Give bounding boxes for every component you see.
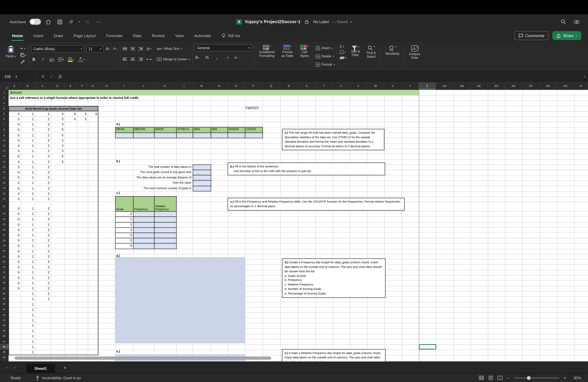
dataset-cell[interactable]: 2 (35, 227, 51, 233)
bold-button[interactable]: B (31, 56, 36, 62)
select-all-corner[interactable] (0, 82, 9, 90)
collaboration-icon[interactable] (573, 18, 581, 26)
col-header-O[interactable]: O (228, 82, 245, 90)
dataset-cell[interactable]: 1 (21, 312, 35, 318)
format-cells-button[interactable]: Format▾ (316, 61, 335, 68)
dataset-cell[interactable]: 2 (35, 127, 51, 133)
part-c-label[interactable]: c.) (116, 191, 120, 195)
row-header-15[interactable]: 15 (0, 164, 9, 170)
add-sheet-button[interactable]: + (63, 364, 66, 370)
dataset-cell[interactable]: 1 (21, 211, 35, 217)
selected-cell-Z48[interactable] (419, 344, 436, 350)
stats-header-range[interactable]: RANGE (228, 127, 245, 133)
freq-goal-cell[interactable]: 5 (115, 238, 134, 244)
dataset-cell[interactable]: 1 (21, 270, 35, 275)
col-header-T[interactable]: T (315, 82, 333, 90)
dataset-cell[interactable]: 1 (21, 116, 35, 122)
freq-value-cell[interactable] (133, 211, 155, 217)
chart-placeholder-d[interactable] (115, 257, 245, 343)
relfreq-value-cell[interactable] (154, 232, 177, 238)
row-header-25[interactable]: 25 (0, 222, 9, 227)
dataset-cell[interactable]: 0 (9, 281, 21, 286)
dataset-cell[interactable]: 0 (9, 111, 21, 116)
col-header-K[interactable]: K (154, 82, 176, 90)
dataset-cell[interactable]: 0 (9, 180, 21, 186)
col-header-M[interactable]: M (193, 82, 211, 90)
row-header-18[interactable]: 18 (0, 180, 9, 186)
relfreq-value-cell[interactable] (154, 222, 177, 228)
stats-header-mode[interactable]: MODE (154, 127, 177, 133)
row-header-1[interactable]: 1 (0, 90, 9, 95)
dataset-cell[interactable]: 1 (21, 275, 35, 281)
currency-button[interactable]: $▾ (195, 54, 200, 60)
dataset-cell[interactable]: 1 (21, 164, 35, 170)
undo-icon[interactable]: ↺ (67, 18, 75, 26)
align-left-icon[interactable] (123, 57, 127, 61)
dataset-cell[interactable]: 2 (35, 254, 51, 259)
dataset-cell[interactable]: 2 (35, 206, 51, 211)
col-header-AI[interactable]: AI (574, 82, 588, 90)
row-header-5[interactable]: 5 (0, 111, 9, 116)
term-cell[interactable]: Fall/2023 (246, 106, 258, 110)
row-header-12[interactable]: 12 (0, 149, 9, 154)
dataset-cell[interactable]: 2 (35, 270, 51, 275)
share-button[interactable]: Share ▾ (553, 31, 581, 40)
dataset-cell[interactable]: 1 (21, 339, 35, 344)
ribbon-tab-page-layout[interactable]: Page Layout (73, 30, 96, 41)
stats-value-cell[interactable] (211, 133, 228, 138)
dataset-cell[interactable]: 2 (35, 133, 51, 138)
col-header-G[interactable]: G (88, 82, 98, 90)
increase-decimal-button[interactable]: ←.0 (224, 54, 229, 60)
dataset-cell[interactable]: 0 (9, 175, 21, 180)
home-icon[interactable] (45, 18, 52, 26)
stats-header-mean[interactable]: MEAN (115, 127, 134, 133)
dataset-cell[interactable]: 1 (21, 232, 35, 238)
row-header-8[interactable]: 8 (0, 127, 9, 133)
font-color-button[interactable]: A▾ (78, 56, 84, 62)
row-header-39[interactable]: 39 (0, 296, 9, 302)
align-top-icon[interactable] (123, 47, 127, 50)
col-header-J[interactable]: J (133, 82, 154, 90)
align-middle-icon[interactable] (131, 47, 135, 50)
dataset-cell[interactable]: 3 (51, 149, 64, 154)
dataset-cell[interactable]: 1 (21, 281, 35, 286)
dataset-cell[interactable]: 2 (35, 143, 51, 149)
copy-button[interactable]: ▾ (20, 53, 26, 57)
col-header-N[interactable]: N (211, 82, 228, 90)
ribbon-tab-formulas[interactable]: Formulas (105, 30, 123, 41)
dataset-cell[interactable]: 2 (35, 196, 51, 202)
col-header-AE[interactable]: AE (505, 82, 522, 90)
dataset-cell[interactable]: 2 (35, 286, 51, 291)
row-header-21[interactable]: 21 (0, 196, 9, 202)
insert-cells-button[interactable]: +Insert▾ (316, 44, 335, 52)
dataset-cell[interactable]: 1 (21, 143, 35, 149)
dataset-cell[interactable]: 0 (9, 211, 21, 217)
fill-blank-cell[interactable] (193, 175, 211, 181)
stats-value-cell[interactable] (245, 133, 263, 138)
dataset-cell[interactable]: 1 (21, 307, 35, 312)
percent-button[interactable]: % (204, 54, 210, 60)
indent-buttons[interactable]: ⇤⇥ (147, 56, 152, 62)
zoom-slider-thumb[interactable] (527, 376, 531, 380)
dataset-cell[interactable]: 1 (21, 328, 35, 334)
row-header-45[interactable]: 45 (0, 328, 9, 334)
dataset-cell[interactable]: 1 (21, 344, 35, 350)
col-header-B[interactable]: B (21, 82, 35, 90)
stats-header-count[interactable]: COUNT (245, 127, 263, 133)
autosave-toggle[interactable] (30, 19, 41, 25)
dataset-cell[interactable]: 2 (35, 222, 51, 227)
col-header-Y[interactable]: Y (402, 82, 419, 90)
dataset-cell[interactable]: 2 (35, 116, 51, 122)
conditional-formatting-button[interactable]: ▾ ConditionalFormatting (257, 44, 277, 58)
fill-button[interactable]: ↓▾ (340, 50, 347, 54)
font-name-combobox[interactable]: Calibri (Body)▾ (31, 45, 84, 52)
sensitivity-button[interactable]: ▾ Sensitivity (383, 44, 402, 56)
dataset-cell[interactable]: 0 (9, 265, 21, 270)
freq-value-cell[interactable] (133, 217, 155, 222)
align-right-icon[interactable] (138, 57, 143, 61)
relfreq-value-cell[interactable] (154, 211, 177, 217)
dataset-cell[interactable]: 0 (9, 133, 21, 138)
dataset-cell[interactable]: 0 (9, 159, 21, 164)
dataset-cell[interactable]: 0 (9, 122, 21, 127)
zoom-slider[interactable] (514, 377, 559, 378)
